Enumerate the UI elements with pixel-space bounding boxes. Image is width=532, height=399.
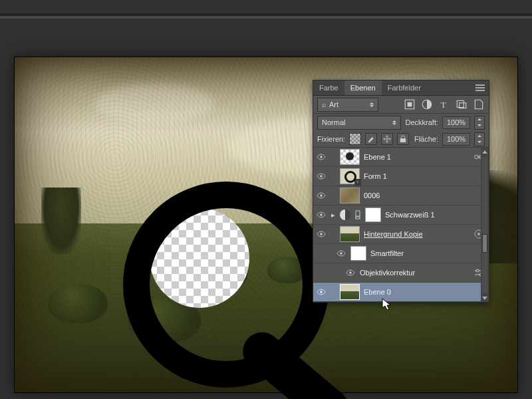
lock-all-button[interactable] xyxy=(397,133,409,145)
svg-point-11 xyxy=(320,175,323,178)
layer-name[interactable]: Schwarzweiß 1 xyxy=(385,211,435,219)
layer-thumbnail[interactable]: ▫ xyxy=(340,168,360,184)
lock-transparency-button[interactable] xyxy=(349,133,361,145)
svg-rect-1 xyxy=(408,102,412,107)
visibility-eye-icon[interactable] xyxy=(316,209,327,220)
scroll-up-arrow-icon[interactable] xyxy=(481,148,489,156)
vector-mask-badge-icon: ▫ xyxy=(354,179,361,186)
layer-name[interactable]: Form 1 xyxy=(364,172,387,180)
visibility-eye-icon[interactable] xyxy=(336,248,346,259)
svg-text:T: T xyxy=(440,100,446,110)
layer-filter-row: ⌕ Art T xyxy=(313,96,489,113)
scroll-track[interactable] xyxy=(482,157,487,293)
svg-point-12 xyxy=(320,194,323,197)
tab-farbfelder[interactable]: Farbfelder xyxy=(382,80,427,95)
filter-icon-strip: T xyxy=(404,99,485,110)
image-cloud xyxy=(94,84,214,124)
image-bush xyxy=(48,283,108,323)
opacity-field[interactable]: 100% xyxy=(442,116,470,129)
layer-row[interactable]: Hintergrund Kopie xyxy=(313,225,489,244)
visibility-eye-icon[interactable] xyxy=(316,287,327,297)
blend-mode-value: Normal xyxy=(322,118,345,126)
layers-panel: Farbe Ebenen Farbfelder ⌕ Art T Normal xyxy=(313,80,489,303)
layer-thumbnail[interactable] xyxy=(340,226,360,242)
visibility-eye-icon[interactable] xyxy=(316,152,327,162)
layers-scrollbar[interactable] xyxy=(481,148,489,302)
tab-farbe[interactable]: Farbe xyxy=(313,80,344,95)
opacity-stepper[interactable] xyxy=(474,116,485,130)
app-chrome-top xyxy=(0,0,532,16)
clip-icon xyxy=(354,210,361,219)
visibility-eye-icon[interactable] xyxy=(316,190,327,201)
filter-smart-icon[interactable] xyxy=(473,99,485,110)
filter-type-label: Art xyxy=(329,100,338,108)
filter-pixel-icon[interactable] xyxy=(404,99,416,110)
svg-point-25 xyxy=(320,291,323,293)
layer-name[interactable]: 0006 xyxy=(364,192,380,200)
opacity-label: Deckkraft: xyxy=(405,118,438,126)
layer-row[interactable]: ▫ Form 1 xyxy=(313,167,489,186)
magnify-icon: ⌕ xyxy=(322,100,327,108)
fill-stepper[interactable] xyxy=(474,132,485,146)
fill-label: Fläche: xyxy=(414,135,438,143)
panel-tabs: Farbe Ebenen Farbfelder xyxy=(313,80,489,96)
fill-field[interactable]: 100% xyxy=(442,133,470,146)
visibility-eye-icon[interactable] xyxy=(316,171,327,182)
blend-mode-select[interactable]: Normal xyxy=(317,116,401,130)
smartfilter-item-row[interactable]: Objektivkorrektur xyxy=(313,263,489,283)
filter-type-icon[interactable]: T xyxy=(438,99,450,110)
svg-point-13 xyxy=(320,213,323,216)
filter-shape-icon[interactable] xyxy=(456,99,467,110)
svg-rect-14 xyxy=(356,211,360,216)
filter-adjustment-icon[interactable] xyxy=(421,99,433,110)
adjustment-bw-icon xyxy=(340,209,350,220)
smartfilter-group-row[interactable]: Smartfilter xyxy=(313,244,489,263)
layer-thumbnail[interactable] xyxy=(340,149,360,165)
filter-type-select[interactable]: ⌕ Art xyxy=(317,98,378,112)
svg-point-23 xyxy=(476,269,479,272)
smartfilter-label: Smartfilter xyxy=(370,249,404,257)
layer-row[interactable]: ▸ Schwarzweiß 1 xyxy=(313,205,489,225)
blend-opacity-row: Normal Deckkraft: 100% xyxy=(313,114,489,131)
image-tree-left xyxy=(41,188,81,254)
svg-rect-15 xyxy=(356,217,360,219)
svg-point-16 xyxy=(320,233,323,235)
lock-fill-row: Fixieren: Fläche: 100% xyxy=(313,131,489,147)
scroll-thumb[interactable] xyxy=(482,234,487,253)
svg-point-7 xyxy=(320,156,323,158)
layer-row[interactable]: Ebene 1 xyxy=(313,148,489,167)
panel-menu-icon[interactable] xyxy=(475,84,485,91)
smartfilter-mask-thumbnail[interactable] xyxy=(350,246,366,261)
layer-thumbnail[interactable] xyxy=(340,284,360,300)
svg-point-20 xyxy=(349,271,352,274)
svg-rect-6 xyxy=(400,138,406,142)
layers-list: Ebene 1 ▫ Form 1 0006 ▸ S xyxy=(313,148,489,302)
scroll-down-arrow-icon[interactable] xyxy=(481,294,489,302)
layer-name[interactable]: Ebene 1 xyxy=(364,153,391,161)
lock-label: Fixieren: xyxy=(317,135,345,143)
visibility-eye-icon[interactable] xyxy=(316,229,327,239)
layer-name[interactable]: Ebene 0 xyxy=(364,288,391,296)
lock-position-button[interactable] xyxy=(381,133,393,145)
layer-name[interactable]: Hintergrund Kopie xyxy=(364,230,423,238)
visibility-eye-icon[interactable] xyxy=(345,267,356,278)
layer-thumbnail[interactable] xyxy=(340,188,360,203)
tab-ebenen[interactable]: Ebenen xyxy=(344,80,382,95)
workspace: Farbe Ebenen Farbfelder ⌕ Art T Normal xyxy=(0,19,532,399)
svg-point-18 xyxy=(477,233,480,235)
svg-rect-4 xyxy=(457,100,464,107)
layer-mask-thumbnail[interactable] xyxy=(365,207,381,222)
layer-row[interactable]: Ebene 0 xyxy=(313,283,489,302)
smartfilter-name[interactable]: Objektivkorrektur xyxy=(360,269,415,277)
lock-pixels-button[interactable] xyxy=(365,133,377,145)
layer-row[interactable]: 0006 xyxy=(313,186,489,205)
chevron-right-icon[interactable]: ▸ xyxy=(331,211,336,219)
svg-point-19 xyxy=(340,252,342,255)
